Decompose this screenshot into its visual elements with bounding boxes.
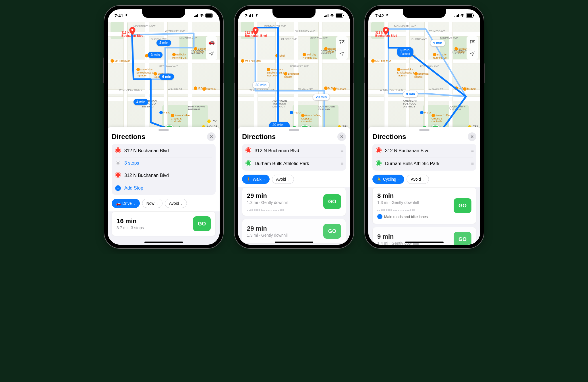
map-icon[interactable]: 🗺 <box>467 36 478 48</box>
chevron-down-icon: ⌄ <box>287 178 290 181</box>
go-button[interactable]: GO <box>323 194 341 209</box>
stop-label: 312 N Buchanan Blvd <box>124 148 212 153</box>
stop-dot-icon <box>116 161 120 165</box>
home-indicator[interactable] <box>144 242 183 243</box>
route-time-bubble[interactable]: 9 min <box>430 40 445 47</box>
route-time-bubble[interactable]: 4 min <box>134 99 148 105</box>
close-icon: ✕ <box>470 134 474 139</box>
transport-mode-chip[interactable]: 🚴Cycling ⌄ <box>372 175 404 184</box>
stop-dot-icon <box>115 148 121 153</box>
battery-icon <box>205 13 213 18</box>
filter-chip[interactable]: Avoid ⌄ <box>165 199 187 208</box>
transport-mode-chip[interactable]: 🚶Walk ⌄ <box>242 175 270 184</box>
mode-label: Drive <box>122 201 132 206</box>
route-time-bubble[interactable]: 8 minFastest <box>397 47 413 57</box>
go-button[interactable]: GO <box>454 232 471 245</box>
sheet-grabber[interactable] <box>158 129 169 131</box>
route-card[interactable]: 29 min1.3 mi · Gently downhillGO <box>242 187 346 216</box>
car-icon[interactable]: 🚗 <box>206 36 217 48</box>
chip-label: Avoid <box>276 177 286 182</box>
map-area[interactable]: W TRINITY AVEMONMOUTH AVEW MAIN STW CHAP… <box>108 22 220 131</box>
route-time-bubble[interactable]: 3 min <box>148 52 163 58</box>
go-button[interactable]: GO <box>323 224 341 239</box>
map-area[interactable]: W TRINITY AVEMONMOUTH AVEW MAIN STW CHAP… <box>238 22 350 131</box>
route-time-bubble[interactable]: 9 min <box>403 91 418 98</box>
route-time-bubble[interactable]: 6 min <box>159 74 174 80</box>
location-arrow-icon[interactable] <box>467 48 478 59</box>
drag-handle-icon[interactable]: ≡ <box>341 161 343 166</box>
map-icon[interactable]: 🗺 <box>336 36 348 48</box>
chip-label: Avoid <box>169 201 179 206</box>
home-indicator[interactable] <box>405 242 444 243</box>
phone-frame: 7:41W TRINITY AVEMONMOUTH AVEW MAIN STW … <box>104 6 223 248</box>
stop-row[interactable]: 312 N Buchanan Blvd≡ <box>245 144 343 157</box>
map-area[interactable]: W TRINITY AVEMONMOUTH AVEW MAIN STW CHAP… <box>368 22 480 131</box>
route-card[interactable]: 16 min3.7 mi · 3 stopsGO <box>112 211 216 236</box>
location-arrow-icon[interactable] <box>206 48 217 59</box>
route-detail: 1.3 mi · Gently downhill <box>377 200 428 205</box>
route-card[interactable]: 29 min1.3 mi · Gently downhillGO <box>242 219 346 244</box>
route-detail: 3.7 mi · 3 stops <box>117 225 144 230</box>
stops-card: 312 N Buchanan Blvd≡Durham Bulls Athleti… <box>372 144 476 171</box>
filter-chip[interactable]: Now ⌄ <box>142 199 163 208</box>
stop-dot-icon <box>376 161 381 166</box>
location-services-icon <box>124 13 128 18</box>
close-button[interactable]: ✕ <box>337 132 346 141</box>
route-time-bubble[interactable]: 30 min <box>252 82 270 88</box>
route-time: 29 min <box>247 225 289 232</box>
sun-icon <box>207 119 211 124</box>
battery-icon <box>466 13 473 18</box>
wifi-icon <box>330 13 334 18</box>
signal-icon <box>454 14 459 17</box>
chevron-down-icon: ⌄ <box>133 202 136 205</box>
status-time: 7:42 <box>375 13 384 18</box>
close-button[interactable]: ✕ <box>468 132 476 141</box>
wifi-icon <box>460 13 465 18</box>
stop-row[interactable]: 312 N Buchanan Blvd <box>115 169 212 182</box>
chip-label: Now <box>146 201 154 206</box>
close-button[interactable]: ✕ <box>207 132 216 141</box>
chevron-down-icon: ⌄ <box>263 178 265 181</box>
stop-row[interactable]: 312 N Buchanan Blvd≡ <box>376 144 473 157</box>
stop-dot-icon <box>115 172 121 178</box>
location-arrow-icon[interactable] <box>336 48 348 59</box>
filter-chip[interactable]: Avoid ⌄ <box>272 175 294 184</box>
svg-point-1 <box>255 29 257 31</box>
route-card[interactable]: 8 min1.3 mi · Gently downhillMain roads … <box>372 187 476 224</box>
transport-mode-chip[interactable]: 🚗Drive ⌄ <box>112 199 140 208</box>
mode-icon: 🚗 <box>116 201 121 206</box>
stops-card: 312 N Buchanan Blvd≡Durham Bulls Athleti… <box>242 144 346 171</box>
mode-icon: 🚶 <box>246 177 251 182</box>
svg-point-2 <box>385 29 387 31</box>
stop-row[interactable]: Durham Bulls Athletic Park≡ <box>245 157 343 170</box>
drag-handle-icon[interactable]: ≡ <box>341 148 343 153</box>
plus-icon: + <box>115 185 121 191</box>
chip-label: Avoid <box>411 177 421 182</box>
chevron-down-icon: ⌄ <box>180 202 183 205</box>
directions-sheet[interactable]: Directions✕312 N Buchanan Blvd3 stops312… <box>108 127 220 245</box>
sheet-grabber[interactable] <box>419 129 430 131</box>
stop-row[interactable]: +Add Stop <box>115 182 212 194</box>
go-button[interactable]: GO <box>454 198 471 213</box>
drag-handle-icon[interactable]: ≡ <box>471 148 473 153</box>
stop-label: 312 N Buchanan Blvd <box>124 173 212 178</box>
directions-sheet[interactable]: Directions✕312 N Buchanan Blvd≡Durham Bu… <box>238 127 350 245</box>
home-indicator[interactable] <box>275 242 313 243</box>
sheet-grabber[interactable] <box>289 129 299 131</box>
stop-label: Durham Bulls Athletic Park <box>385 161 468 166</box>
stop-row[interactable]: Durham Bulls Athletic Park≡ <box>376 157 473 170</box>
route-time-bubble[interactable]: 4 min <box>156 40 171 46</box>
directions-sheet[interactable]: Directions✕312 N Buchanan Blvd≡Durham Bu… <box>368 127 480 245</box>
status-time: 7:41 <box>115 13 123 18</box>
route-note: Main roads and bike lanes <box>377 214 428 219</box>
signal-icon <box>324 14 328 17</box>
drag-handle-icon[interactable]: ≡ <box>471 161 473 166</box>
phone-frame: 7:42W TRINITY AVEMONMOUTH AVEW MAIN STW … <box>365 6 484 248</box>
mode-label: Walk <box>253 177 262 182</box>
route-time-bubble[interactable]: 29 min <box>313 94 330 101</box>
filter-chip[interactable]: Avoid ⌄ <box>407 175 429 184</box>
go-button[interactable]: GO <box>193 216 211 231</box>
stop-dot-icon <box>246 161 251 166</box>
stop-row[interactable]: 3 stops <box>115 157 212 169</box>
stop-row[interactable]: 312 N Buchanan Blvd <box>115 144 212 157</box>
